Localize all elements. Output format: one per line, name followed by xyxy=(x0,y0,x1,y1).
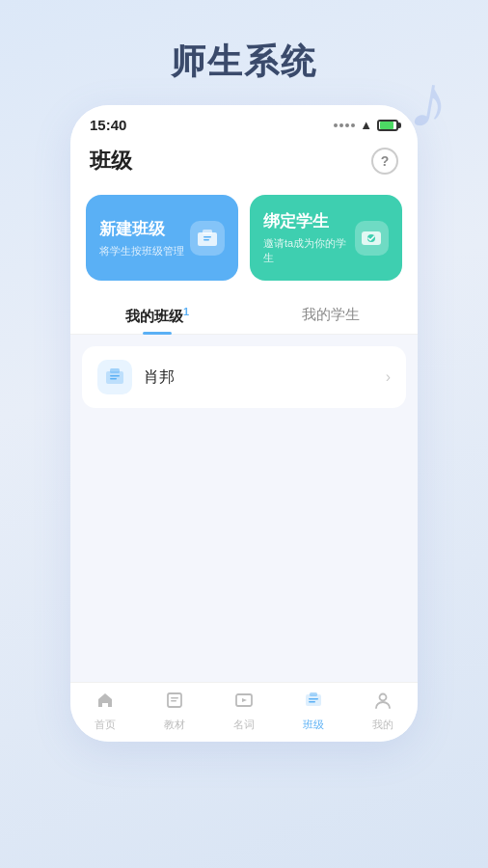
content-area: 肖邦 › xyxy=(70,335,418,682)
app-header: 班级 ? xyxy=(70,139,418,187)
nav-item-materials[interactable]: 教材 xyxy=(140,691,209,732)
svg-point-18 xyxy=(380,694,387,701)
svg-rect-8 xyxy=(110,375,120,377)
help-button[interactable]: ? xyxy=(371,148,398,175)
wifi-icon: ▲ xyxy=(360,118,372,132)
home-icon xyxy=(95,691,115,715)
tab-bar: 我的班级1 我的学生 xyxy=(70,296,418,335)
svg-rect-11 xyxy=(171,697,178,699)
svg-rect-16 xyxy=(309,698,318,700)
nav-item-home[interactable]: 首页 xyxy=(70,691,140,732)
svg-rect-2 xyxy=(203,236,211,238)
tab-my-classes-label: 我的班级 xyxy=(125,308,183,324)
status-icons: ▲ xyxy=(334,118,398,132)
nav-item-lectures[interactable]: 名词 xyxy=(209,691,279,732)
tab-active-indicator xyxy=(143,332,172,335)
materials-icon xyxy=(165,691,184,715)
profile-icon xyxy=(373,691,393,715)
tab-my-students[interactable]: 我的学生 xyxy=(244,296,418,334)
new-class-title: 新建班级 xyxy=(99,218,184,240)
new-class-icon xyxy=(190,221,225,256)
tab-my-classes[interactable]: 我的班级1 xyxy=(70,296,244,334)
nav-profile-label: 我的 xyxy=(372,718,393,732)
tab-my-classes-badge: 1 xyxy=(183,306,189,317)
svg-rect-9 xyxy=(110,378,117,380)
tab-my-students-label: 我的学生 xyxy=(302,306,360,322)
svg-rect-3 xyxy=(203,239,209,241)
svg-rect-7 xyxy=(110,368,120,373)
lectures-icon xyxy=(234,691,254,715)
svg-rect-1 xyxy=(203,230,212,234)
bind-student-icon xyxy=(355,221,389,256)
nav-classes-label: 班级 xyxy=(303,718,324,732)
section-title: 班级 xyxy=(90,147,132,176)
class-item-name: 肖邦 xyxy=(144,367,374,388)
bind-student-title: 绑定学生 xyxy=(263,210,355,232)
nav-lectures-label: 名词 xyxy=(233,718,255,732)
nav-home-label: 首页 xyxy=(95,718,116,732)
svg-rect-17 xyxy=(309,701,315,703)
nav-item-profile[interactable]: 我的 xyxy=(348,691,418,732)
classes-icon xyxy=(304,691,323,715)
status-time: 15:40 xyxy=(90,117,126,133)
svg-rect-12 xyxy=(171,700,176,702)
bind-student-subtitle: 邀请ta成为你的学生 xyxy=(263,236,355,265)
battery-icon xyxy=(377,120,398,131)
class-item-icon xyxy=(97,360,132,394)
bind-student-button[interactable]: 绑定学生 邀请ta成为你的学生 xyxy=(250,195,402,281)
page-bg-title: 师生系统 xyxy=(171,39,317,86)
phone-frame: 15:40 ▲ 班级 ? 新建班级 将学生按班级管理 xyxy=(70,105,418,742)
svg-rect-15 xyxy=(310,692,317,696)
nav-materials-label: 教材 xyxy=(164,718,185,732)
status-bar: 15:40 ▲ xyxy=(70,105,418,139)
class-item-chevron-icon: › xyxy=(386,368,391,386)
new-class-button[interactable]: 新建班级 将学生按班级管理 xyxy=(86,195,238,281)
nav-item-classes[interactable]: 班级 xyxy=(279,691,348,732)
signal-icon xyxy=(334,123,355,127)
class-list-item[interactable]: 肖邦 › xyxy=(82,346,406,408)
new-class-subtitle: 将学生按班级管理 xyxy=(99,244,184,258)
bottom-nav: 首页 教材 名词 xyxy=(70,682,418,742)
action-row: 新建班级 将学生按班级管理 绑定学生 邀请ta成为你的学生 xyxy=(70,187,418,296)
